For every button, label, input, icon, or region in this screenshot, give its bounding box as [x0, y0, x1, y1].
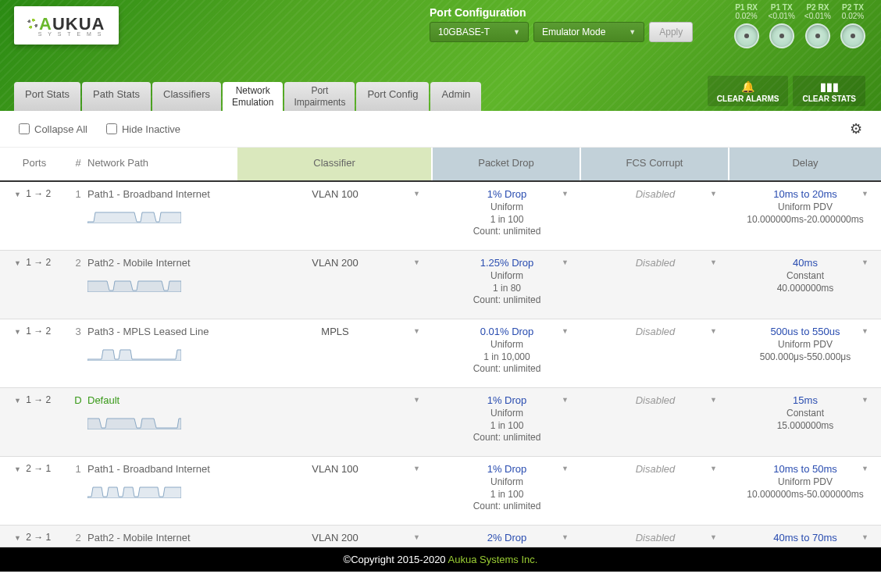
expand-icon[interactable]: ▼: [14, 191, 21, 198]
chevron-down-icon[interactable]: ▼: [710, 190, 717, 198]
hide-inactive-checkbox[interactable]: Hide Inactive: [106, 123, 180, 135]
path-name: Path2 - Mobile Internet: [87, 526, 237, 547]
classifier-cell[interactable]: ▼VLAN 100: [237, 182, 433, 250]
path-name: Path1 - Broadband Internet: [87, 182, 237, 250]
bar-chart-icon: ▮▮▮: [802, 80, 856, 93]
tab-admin[interactable]: Admin: [430, 82, 481, 111]
speed-select[interactable]: 10GBASE-T▼: [430, 22, 529, 42]
expand-icon[interactable]: ▼: [14, 259, 21, 267]
path-name: Default: [87, 388, 237, 456]
chevron-down-icon[interactable]: ▼: [861, 396, 869, 404]
chevron-down-icon[interactable]: ▼: [861, 533, 869, 541]
path-name: Path1 - Broadband Internet: [87, 457, 237, 525]
fcs-cell[interactable]: ▼Disabled: [581, 319, 729, 387]
expand-icon[interactable]: ▼: [14, 534, 21, 542]
chevron-down-icon[interactable]: ▼: [562, 396, 569, 404]
fcs-cell[interactable]: ▼Disabled: [581, 388, 729, 456]
expand-icon[interactable]: ▼: [14, 465, 21, 473]
delay-cell[interactable]: ▼10ms to 20msUniform PDV10.000000ms-20.0…: [729, 182, 881, 250]
path-name: Path3 - MPLS Leased Line: [87, 319, 237, 387]
classifier-cell[interactable]: ▼MPLS: [237, 319, 433, 387]
delay-cell[interactable]: ▼15msConstant15.000000ms: [729, 388, 881, 456]
chevron-down-icon[interactable]: ▼: [861, 190, 869, 198]
collapse-all-checkbox[interactable]: Collapse All: [19, 123, 87, 135]
packet-drop-cell[interactable]: ▼1% DropUniform1 in 100Count: unlimited: [433, 388, 581, 456]
chevron-down-icon[interactable]: ▼: [562, 533, 569, 541]
table-row: ▼ 1 → 21Path1 - Broadband Internet▼VLAN …: [0, 182, 881, 251]
port-light-3: P2 TX0.02%: [840, 3, 865, 48]
fcs-cell[interactable]: ▼Disabled: [581, 182, 729, 250]
chevron-down-icon[interactable]: ▼: [413, 190, 420, 198]
chevron-down-icon[interactable]: ▼: [562, 190, 569, 198]
port-light-2: P2 RX<0.01%: [804, 3, 831, 48]
chevron-down-icon[interactable]: ▼: [710, 258, 717, 266]
chevron-down-icon[interactable]: ▼: [413, 327, 420, 335]
logo: AAUKUAUKUA S Y S T E M S: [14, 6, 119, 45]
delay-cell[interactable]: ▼40msConstant40.000000ms: [729, 251, 881, 319]
fcs-cell[interactable]: ▼Disabled: [581, 526, 729, 547]
port-config-title: Port Configuration: [430, 6, 693, 19]
table-row: ▼ 1 → 2DDefault▼▼1% DropUniform1 in 100C…: [0, 388, 881, 457]
chevron-down-icon[interactable]: ▼: [710, 327, 717, 335]
delay-cell[interactable]: ▼40ms to 70ms: [729, 526, 881, 547]
chevron-down-icon[interactable]: ▼: [562, 327, 569, 335]
apply-button[interactable]: Apply: [649, 22, 693, 42]
classifier-cell[interactable]: ▼VLAN 200: [237, 526, 433, 547]
classifier-cell[interactable]: ▼VLAN 200: [237, 251, 433, 319]
chevron-down-icon[interactable]: ▼: [861, 465, 869, 472]
chevron-down-icon[interactable]: ▼: [861, 258, 869, 266]
expand-icon[interactable]: ▼: [14, 397, 21, 404]
classifier-cell[interactable]: ▼: [237, 388, 433, 456]
chevron-down-icon[interactable]: ▼: [413, 396, 420, 404]
chevron-down-icon[interactable]: ▼: [413, 465, 420, 472]
table-row: ▼ 1 → 23Path3 - MPLS Leased Line▼MPLS▼0.…: [0, 319, 881, 388]
chevron-down-icon[interactable]: ▼: [562, 465, 569, 472]
clear-stats-button[interactable]: ▮▮▮CLEAR STATS: [793, 76, 865, 106]
tab-port-config[interactable]: Port Config: [356, 82, 429, 111]
tab-classifiers[interactable]: Classifiers: [152, 82, 221, 111]
tab-port-stats[interactable]: Port Stats: [14, 82, 80, 111]
expand-icon[interactable]: ▼: [14, 328, 21, 336]
delay-cell[interactable]: ▼500us to 550usUniform PDV500.000μs-550.…: [729, 319, 881, 387]
port-light-0: P1 RX0.02%: [734, 3, 759, 48]
packet-drop-cell[interactable]: ▼2% Drop: [433, 526, 581, 547]
port-light-1: P1 TX<0.01%: [769, 3, 795, 48]
chevron-down-icon[interactable]: ▼: [413, 533, 420, 541]
clear-alarms-button[interactable]: 🔔CLEAR ALARMS: [708, 76, 789, 106]
classifier-cell[interactable]: ▼VLAN 100: [237, 457, 433, 525]
delay-cell[interactable]: ▼10ms to 50msUniform PDV10.000000ms-50.0…: [729, 457, 881, 525]
mode-select[interactable]: Emulator Mode▼: [533, 22, 644, 42]
chevron-down-icon[interactable]: ▼: [413, 258, 420, 266]
fcs-cell[interactable]: ▼Disabled: [581, 251, 729, 319]
tab-path-stats[interactable]: Path Stats: [82, 82, 151, 111]
footer: ©Copyright 2015-2020 Aukua Systems Inc.: [0, 547, 881, 572]
fcs-cell[interactable]: ▼Disabled: [581, 457, 729, 525]
chevron-down-icon[interactable]: ▼: [861, 327, 869, 335]
bell-icon: 🔔: [717, 80, 779, 93]
table-header: Ports # Network Path Classifier Packet D…: [0, 148, 881, 182]
chevron-down-icon[interactable]: ▼: [562, 258, 569, 266]
gear-icon[interactable]: ⚙: [850, 120, 862, 137]
footer-link[interactable]: Aukua Systems Inc.: [448, 554, 538, 565]
tab-network-emulation[interactable]: NetworkEmulation: [223, 82, 283, 111]
table-row: ▼ 2 → 12Path2 - Mobile Internet▼VLAN 200…: [0, 526, 881, 547]
table-row: ▼ 2 → 11Path1 - Broadband Internet▼VLAN …: [0, 457, 881, 526]
tab-port-impairments[interactable]: PortImpairments: [284, 82, 355, 111]
packet-drop-cell[interactable]: ▼1.25% DropUniform1 in 80Count: unlimite…: [433, 251, 581, 319]
chevron-down-icon[interactable]: ▼: [710, 533, 717, 541]
chevron-down-icon[interactable]: ▼: [710, 465, 717, 472]
packet-drop-cell[interactable]: ▼0.01% DropUniform1 in 10,000Count: unli…: [433, 319, 581, 387]
packet-drop-cell[interactable]: ▼1% DropUniform1 in 100Count: unlimited: [433, 457, 581, 525]
chevron-down-icon[interactable]: ▼: [710, 396, 717, 404]
packet-drop-cell[interactable]: ▼1% DropUniform1 in 100Count: unlimited: [433, 182, 581, 250]
table-row: ▼ 1 → 22Path2 - Mobile Internet▼VLAN 200…: [0, 251, 881, 319]
path-name: Path2 - Mobile Internet: [87, 251, 237, 319]
